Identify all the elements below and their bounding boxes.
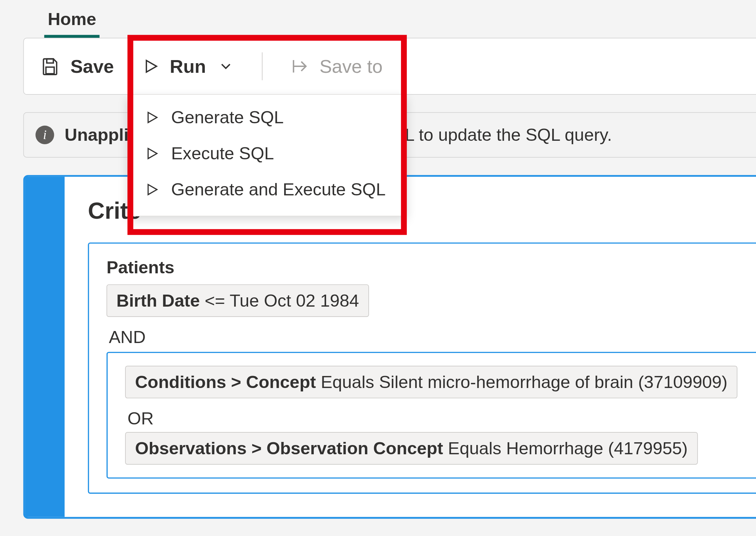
save-to-icon: [290, 57, 309, 76]
tab-home[interactable]: Home: [44, 5, 100, 38]
chip-op: Equals: [448, 438, 501, 458]
tab-bar: Home: [23, 0, 756, 38]
chip-value: Silent micro-hemorrhage of brain (371099…: [379, 372, 727, 391]
save-button[interactable]: Save: [40, 56, 114, 77]
chip-value: Hemorrhage (4179955): [506, 438, 688, 458]
svg-rect-1: [46, 67, 54, 73]
svg-marker-5: [148, 112, 157, 122]
run-menu: Generate SQL Execute SQL Generate and Ex…: [127, 94, 407, 216]
svg-marker-6: [148, 148, 157, 158]
query-sub-group: Conditions > Concept Equals Silent micro…: [107, 352, 756, 479]
save-button-label: Save: [70, 56, 114, 77]
logical-or: OR: [127, 409, 756, 429]
toolbar: Save Run: [23, 38, 756, 95]
info-icon: i: [35, 126, 54, 144]
run-button-label: Run: [170, 56, 206, 77]
play-icon: [144, 182, 159, 197]
menu-item-label: Execute SQL: [171, 144, 274, 163]
query-root-group: Patients Birth Date <= Tue Oct 02 1984 A…: [88, 242, 756, 494]
criteria-chip-observation-concept[interactable]: Observations > Observation Concept Equal…: [125, 432, 698, 465]
chip-field: Birth Date: [116, 291, 200, 310]
run-menu-generate-execute-sql[interactable]: Generate and Execute SQL: [128, 172, 407, 208]
chip-field: Observations > Observation Concept: [135, 438, 443, 458]
run-button[interactable]: Run: [142, 56, 234, 77]
chip-op: Equals: [321, 372, 374, 391]
info-text-rest: L to update the SQL query.: [405, 125, 612, 145]
criteria-chip-condition-concept[interactable]: Conditions > Concept Equals Silent micro…: [125, 366, 737, 398]
svg-rect-0: [47, 59, 53, 63]
menu-item-label: Generate SQL: [171, 107, 284, 127]
play-icon: [144, 146, 159, 161]
play-icon: [144, 110, 159, 125]
chip-value: Tue Oct 02 1984: [230, 291, 359, 310]
toolbar-divider: [262, 52, 263, 80]
query-section-label: Patients: [107, 258, 756, 277]
run-menu-generate-sql[interactable]: Generate SQL: [128, 100, 407, 136]
logical-and: AND: [109, 328, 756, 347]
svg-marker-7: [148, 184, 157, 194]
svg-marker-2: [146, 60, 156, 72]
chevron-down-icon: [218, 58, 234, 74]
save-to-label: Save to: [320, 56, 383, 77]
criteria-panel: Crite: [23, 175, 756, 519]
run-menu-execute-sql[interactable]: Execute SQL: [128, 136, 407, 172]
chip-field: Conditions > Concept: [135, 372, 316, 391]
menu-item-label: Generate and Execute SQL: [171, 180, 386, 199]
chip-op: <=: [205, 291, 225, 310]
save-to-button: Save to: [290, 56, 382, 77]
criteria-chip-birthdate[interactable]: Birth Date <= Tue Oct 02 1984: [107, 284, 369, 317]
play-icon: [142, 58, 159, 75]
save-icon: [40, 56, 60, 76]
panel-accent: [25, 177, 65, 517]
